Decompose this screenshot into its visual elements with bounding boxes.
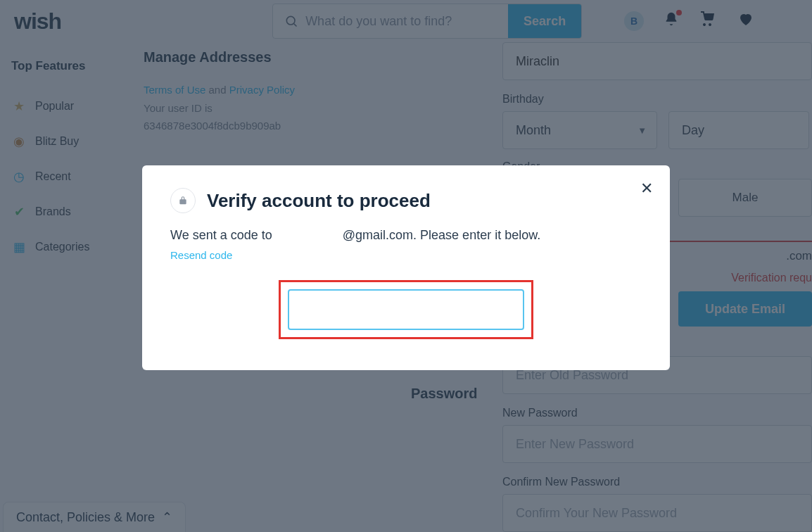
- verification-code-input[interactable]: [288, 289, 524, 330]
- resend-code-link[interactable]: Resend code: [170, 247, 642, 263]
- lock-icon: [170, 188, 196, 213]
- highlighted-code-area: [279, 280, 533, 339]
- modal-title: Verify account to proceed: [207, 190, 431, 212]
- verify-modal: ✕ Verify account to proceed We sent a co…: [142, 165, 670, 370]
- modal-overlay: ✕ Verify account to proceed We sent a co…: [0, 0, 812, 532]
- modal-body: We sent a code to @gmail.com. Please ent…: [170, 226, 642, 263]
- close-icon[interactable]: ✕: [640, 179, 653, 198]
